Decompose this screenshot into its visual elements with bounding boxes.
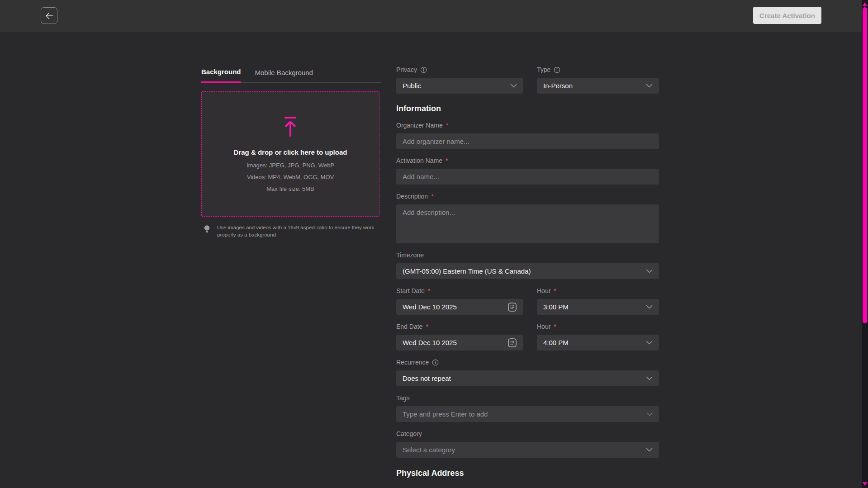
required-marker: * bbox=[428, 287, 430, 294]
info-icon[interactable] bbox=[420, 66, 427, 73]
upload-arrow-icon bbox=[283, 116, 298, 140]
end-hour-select[interactable]: 4:00 PM bbox=[537, 335, 659, 351]
physical-address-heading: Physical Address bbox=[396, 469, 659, 478]
form-column: Privacy Public bbox=[396, 66, 659, 488]
privacy-label: Privacy bbox=[396, 66, 417, 73]
category-placeholder: Select a category bbox=[403, 446, 642, 454]
dropzone-max-size: Max file size: 5MB bbox=[266, 185, 314, 192]
privacy-select-value: Public bbox=[403, 82, 507, 90]
timezone-label: Timezone bbox=[396, 251, 424, 259]
timezone-select[interactable]: (GMT-05:00) Eastern Time (US & Canada) bbox=[396, 263, 659, 279]
timezone-group: Timezone (GMT-05:00) Eastern Time (US & … bbox=[396, 251, 659, 279]
description-textarea[interactable] bbox=[396, 204, 659, 243]
category-select[interactable]: Select a category bbox=[396, 442, 659, 458]
media-column: Background Mobile Background Drag & drop… bbox=[201, 68, 381, 238]
required-marker: * bbox=[431, 193, 433, 200]
aspect-ratio-tip: Use images and videos with a 16x9 aspect… bbox=[201, 224, 381, 238]
create-activation-page: Create Activation Background Mobile Back… bbox=[0, 0, 868, 488]
type-label: Type bbox=[537, 66, 550, 73]
recurrence-select-value: Does not repeat bbox=[403, 374, 642, 382]
dropzone-videos-formats: Videos: MP4, WebM, OGG, MOV bbox=[247, 174, 334, 180]
category-group: Category Select a category bbox=[396, 430, 659, 458]
tags-label: Tags bbox=[396, 394, 410, 402]
info-icon[interactable] bbox=[554, 66, 560, 73]
end-date-value: Wed Dec 10 2025 bbox=[403, 339, 504, 346]
scrollbar-down-arrow-icon[interactable] bbox=[863, 482, 867, 486]
end-row: End Date * Wed Dec 10 2025 bbox=[396, 322, 659, 351]
description-label: Description bbox=[396, 193, 428, 200]
tip-text: Use images and videos with a 16x9 aspect… bbox=[217, 224, 376, 238]
organizer-name-label: Organizer Name bbox=[396, 122, 443, 129]
organizer-name-group: Organizer Name * bbox=[396, 121, 659, 149]
tags-placeholder: Type and press Enter to add bbox=[403, 410, 643, 418]
start-hour-label: Hour bbox=[537, 287, 550, 294]
recurrence-label: Recurrence bbox=[396, 359, 429, 366]
start-date-field[interactable]: Wed Dec 10 2025 bbox=[396, 299, 523, 315]
back-arrow-icon bbox=[44, 11, 54, 21]
chevron-down-icon bbox=[646, 448, 653, 452]
start-row: Start Date * Wed Dec 10 2025 bbox=[396, 287, 659, 315]
start-date-value: Wed Dec 10 2025 bbox=[403, 303, 504, 311]
chevron-down-icon bbox=[647, 412, 653, 416]
required-marker: * bbox=[446, 157, 448, 164]
required-marker: * bbox=[554, 287, 556, 294]
start-hour-select[interactable]: 3:00 PM bbox=[537, 299, 659, 315]
chevron-down-icon bbox=[646, 84, 653, 88]
background-tabs: Background Mobile Background bbox=[201, 68, 381, 83]
create-activation-button[interactable]: Create Activation bbox=[753, 7, 821, 24]
chevron-down-icon bbox=[646, 269, 653, 273]
required-marker: * bbox=[554, 323, 556, 330]
tab-mobile-background[interactable]: Mobile Background bbox=[255, 69, 313, 82]
start-hour-group: Hour * 3:00 PM bbox=[537, 287, 659, 315]
recurrence-select[interactable]: Does not repeat bbox=[396, 370, 659, 386]
dropzone-images-formats: Images: JPEG, JPG, PNG, WebP bbox=[247, 162, 334, 169]
start-hour-value: 3:00 PM bbox=[543, 303, 642, 311]
privacy-group: Privacy Public bbox=[396, 66, 523, 94]
tab-background[interactable]: Background bbox=[201, 68, 241, 83]
description-group: Description * bbox=[396, 192, 659, 243]
end-date-group: End Date * Wed Dec 10 2025 bbox=[396, 322, 523, 351]
privacy-type-row: Privacy Public bbox=[396, 66, 659, 94]
type-group: Type In-Person bbox=[537, 66, 659, 94]
category-label: Category bbox=[396, 430, 422, 437]
lightbulb-icon bbox=[204, 225, 210, 238]
calendar-icon bbox=[508, 302, 517, 312]
end-hour-label: Hour bbox=[537, 323, 550, 330]
scrollbar-thumb[interactable] bbox=[863, 7, 867, 323]
start-date-label: Start Date bbox=[396, 287, 425, 294]
activation-name-input[interactable] bbox=[396, 169, 659, 185]
page-scrollbar[interactable] bbox=[862, 0, 868, 488]
chevron-down-icon bbox=[646, 376, 653, 380]
recurrence-group: Recurrence Does not repeat bbox=[396, 358, 659, 386]
privacy-select[interactable]: Public bbox=[396, 78, 523, 94]
upload-dropzone[interactable]: Drag & drop or click here to upload Imag… bbox=[201, 91, 379, 217]
type-select[interactable]: In-Person bbox=[537, 78, 659, 94]
end-date-label: End Date bbox=[396, 323, 422, 330]
scrollbar-up-arrow-icon[interactable] bbox=[863, 2, 867, 6]
end-hour-value: 4:00 PM bbox=[543, 339, 642, 346]
top-bar: Create Activation bbox=[0, 0, 868, 32]
activation-name-label: Activation Name bbox=[396, 157, 442, 164]
end-hour-group: Hour * 4:00 PM bbox=[537, 322, 659, 351]
dropzone-title: Drag & drop or click here to upload bbox=[234, 148, 347, 156]
chevron-down-icon bbox=[510, 84, 517, 88]
calendar-icon bbox=[508, 338, 517, 348]
required-marker: * bbox=[426, 323, 428, 330]
info-icon[interactable] bbox=[432, 359, 439, 366]
chevron-down-icon bbox=[646, 341, 653, 345]
activation-name-group: Activation Name * bbox=[396, 156, 659, 185]
back-button[interactable] bbox=[41, 7, 57, 24]
information-heading: Information bbox=[396, 104, 659, 114]
required-marker: * bbox=[446, 122, 448, 129]
timezone-select-value: (GMT-05:00) Eastern Time (US & Canada) bbox=[403, 267, 642, 275]
type-select-value: In-Person bbox=[543, 82, 642, 90]
chevron-down-icon bbox=[646, 305, 653, 309]
organizer-name-input[interactable] bbox=[396, 133, 659, 149]
tags-input[interactable]: Type and press Enter to add bbox=[396, 406, 659, 422]
tags-group: Tags Type and press Enter to add bbox=[396, 394, 659, 422]
end-date-field[interactable]: Wed Dec 10 2025 bbox=[396, 335, 523, 351]
start-date-group: Start Date * Wed Dec 10 2025 bbox=[396, 287, 523, 315]
